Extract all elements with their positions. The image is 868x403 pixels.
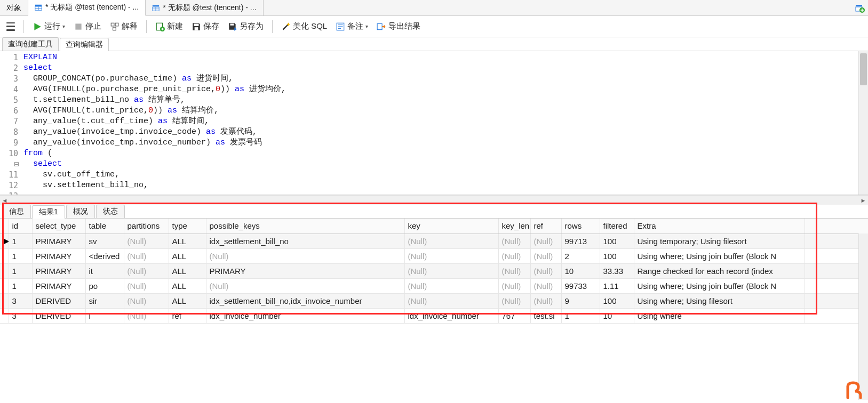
saveas-button[interactable]: 另存为 [225,19,267,34]
table-cell[interactable]: (Null) [530,263,561,278]
column-header[interactable]: Extra [634,219,805,233]
column-header[interactable]: id [9,219,32,233]
tab-query-builder[interactable]: 查询创建工具 [2,37,59,51]
table-cell[interactable]: (Null) [206,278,404,293]
tab-profile[interactable]: 概况 [66,205,95,218]
table-cell[interactable]: 10 [600,308,634,323]
tab-query-1[interactable]: * 无标题 @test (tencent) - ... [28,0,146,16]
table-cell[interactable]: (Null) [404,233,498,248]
table-cell[interactable]: idx_settlement_bill_no,idx_invoice_numbe… [206,293,404,308]
tab-query-editor[interactable]: 查询编辑器 [60,38,109,51]
table-cell[interactable]: Range checked for each record (index [634,263,805,278]
table-cell[interactable]: (Null) [124,278,169,293]
table-cell[interactable]: 1 [9,248,32,263]
scroll-right-icon[interactable]: ► [858,197,868,204]
table-cell[interactable]: PRIMARY [32,263,85,278]
table-cell[interactable]: (Null) [206,248,404,263]
table-cell[interactable]: idx_settlement_bill_no [206,233,404,248]
table-cell[interactable]: (Null) [404,263,498,278]
table-cell[interactable]: ALL [169,278,206,293]
table-cell[interactable]: it [85,263,124,278]
table-cell[interactable]: DERIVED [32,293,85,308]
table-cell[interactable]: 33.33 [600,263,634,278]
grid-vertical-scrollbar[interactable] [858,233,868,400]
table-cell[interactable]: PRIMARY [32,278,85,293]
table-row[interactable]: 1PRIMARYit(Null)ALLPRIMARY(Null)(Null)(N… [0,263,868,278]
column-header[interactable]: ref [530,219,561,233]
table-cell[interactable]: 1 [9,233,32,248]
table-cell[interactable]: (Null) [124,308,169,323]
table-cell[interactable]: (Null) [498,263,530,278]
run-button[interactable]: 运行▾ [29,19,68,34]
table-cell[interactable]: (Null) [530,233,561,248]
table-cell[interactable]: (Null) [124,233,169,248]
table-cell[interactable]: 99733 [561,278,600,293]
column-header[interactable]: possible_keys [206,219,404,233]
tab-object[interactable]: 对象 [0,0,28,15]
table-cell[interactable]: 767 [498,308,530,323]
table-cell[interactable]: ALL [169,263,206,278]
code-area[interactable]: EXPLAINselect GROUP_CONCAT(po.purchase_t… [21,51,858,195]
save-button[interactable]: 保存 [188,19,222,34]
column-header[interactable]: filtered [600,219,634,233]
table-cell[interactable]: Using where; Using join buffer (Block N [634,248,805,263]
table-cell[interactable]: 99713 [561,233,600,248]
table-cell[interactable]: ALL [169,233,206,248]
table-cell[interactable]: (Null) [530,293,561,308]
table-cell[interactable]: idx_invoice_number [404,308,498,323]
tab-status[interactable]: 状态 [96,205,125,218]
stop-button[interactable]: 停止 [70,19,105,34]
result-grid[interactable]: idselect_typetablepartitionstypepossible… [0,219,868,324]
table-cell[interactable]: 1.11 [600,278,634,293]
tab-result1[interactable]: 结果1 [32,205,65,219]
note-button[interactable]: 备注▾ [332,19,371,34]
table-cell[interactable]: (Null) [124,293,169,308]
table-cell[interactable]: (Null) [498,278,530,293]
table-cell[interactable]: sv [85,233,124,248]
table-cell[interactable]: test.si [530,308,561,323]
table-cell[interactable]: 9 [561,293,600,308]
tab-info[interactable]: 信息 [2,205,31,218]
table-cell[interactable]: Using where; Using join buffer (Block N [634,278,805,293]
table-cell[interactable]: (Null) [124,248,169,263]
table-cell[interactable]: idx_invoice_number [206,308,404,323]
sql-editor[interactable]: 12345678910 ⊟111213 EXPLAINselect GROUP_… [0,51,868,195]
column-header[interactable]: partitions [124,219,169,233]
table-cell[interactable]: (Null) [530,248,561,263]
export-button[interactable]: 导出结果 [373,19,424,34]
table-row[interactable]: 1PRIMARYpo(Null)ALL(Null)(Null)(Null)(Nu… [0,278,868,293]
table-cell[interactable]: 3 [9,293,32,308]
table-cell[interactable]: 1 [9,278,32,293]
table-cell[interactable]: 10 [561,263,600,278]
table-row[interactable]: 3DERIVEDi(Null)refidx_invoice_numberidx_… [0,308,868,323]
table-cell[interactable]: PRIMARY [32,233,85,248]
column-header[interactable]: key [404,219,498,233]
scroll-thumb[interactable] [860,53,867,85]
table-cell[interactable]: 1 [9,263,32,278]
editor-vertical-scrollbar[interactable] [858,51,868,195]
hamburger-menu-icon[interactable] [3,19,18,34]
table-cell[interactable]: ALL [169,248,206,263]
table-row[interactable]: 1PRIMARY<derived(Null)ALL(Null)(Null)(Nu… [0,248,868,263]
column-header[interactable]: table [85,219,124,233]
table-cell[interactable]: 100 [600,233,634,248]
table-cell[interactable]: (Null) [530,278,561,293]
column-header[interactable]: rows [561,219,600,233]
explain-button[interactable]: 解释 [107,19,141,34]
editor-horizontal-scrollbar[interactable]: ◄ ► [0,195,868,205]
table-cell[interactable]: i [85,308,124,323]
table-cell[interactable]: (Null) [404,248,498,263]
scroll-left-icon[interactable]: ◄ [0,197,10,204]
table-cell[interactable]: 100 [600,248,634,263]
table-cell[interactable]: (Null) [124,263,169,278]
table-cell[interactable]: Using temporary; Using filesort [634,233,805,248]
table-cell[interactable]: <derived [85,248,124,263]
table-row[interactable]: ▶1PRIMARYsv(Null)ALLidx_settlement_bill_… [0,233,868,248]
column-header[interactable]: key_len [498,219,530,233]
table-cell[interactable]: po [85,278,124,293]
table-cell[interactable]: PRIMARY [206,263,404,278]
table-cell[interactable]: Using where; Using filesort [634,293,805,308]
table-cell[interactable]: (Null) [498,293,530,308]
column-header[interactable]: type [169,219,206,233]
table-cell[interactable]: 1 [561,308,600,323]
